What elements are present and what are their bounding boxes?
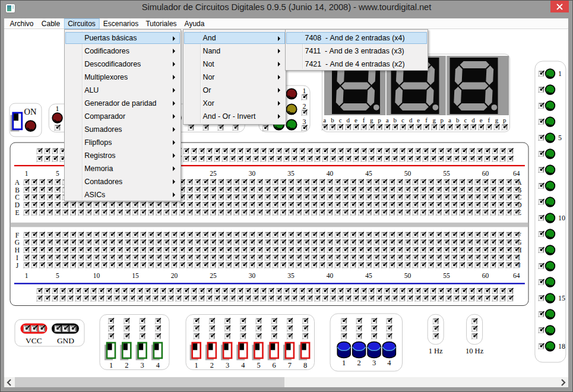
svg-text:e: e [417,116,420,124]
svg-text:1: 1 [195,361,198,369]
svg-text:1: 1 [558,69,562,78]
svg-text:e: e [480,116,483,124]
svg-text:p: p [503,116,506,124]
svg-text:1: 1 [25,272,29,279]
svg-text:5: 5 [558,134,562,142]
svg-text:6: 6 [273,361,276,369]
svg-text:10: 10 [93,272,100,279]
svg-text:1: 1 [342,359,346,367]
svg-text:b: b [331,116,334,124]
svg-text:f: f [363,116,365,124]
svg-text:E: E [15,209,19,216]
svg-text:25: 25 [210,272,217,279]
svg-text:2: 2 [125,361,128,369]
svg-text:1: 1 [25,170,29,177]
svg-text:45: 45 [365,272,372,279]
svg-text:H: H [15,246,20,254]
svg-text:c: c [464,116,467,124]
svg-text:5: 5 [56,170,59,177]
svg-text:d: d [471,116,475,124]
svg-text:30: 30 [249,170,256,177]
svg-text:J: J [16,262,19,269]
svg-text:F: F [15,232,19,239]
svg-text:VCC: VCC [26,336,42,345]
svg-text:I: I [16,254,18,261]
svg-text:f: f [425,116,428,124]
svg-text:2: 2 [303,102,306,110]
svg-text:2: 2 [357,359,360,367]
svg-text:45: 45 [365,170,372,177]
svg-text:d: d [409,116,413,124]
svg-text:50: 50 [404,170,411,177]
svg-text:55: 55 [443,272,450,279]
svg-text:40: 40 [327,272,334,279]
svg-text:a: a [448,116,451,124]
svg-text:60: 60 [482,272,489,279]
svg-text:c: c [339,116,342,124]
svg-text:15: 15 [132,272,139,279]
svg-text:8: 8 [303,361,307,369]
svg-text:55: 55 [443,170,450,177]
svg-text:e: e [354,116,357,124]
svg-text:40: 40 [327,170,334,177]
svg-text:3: 3 [140,361,144,369]
svg-text:4: 4 [241,361,245,369]
svg-text:3: 3 [303,118,306,126]
svg-text:A: A [15,179,20,186]
svg-text:C: C [15,194,20,201]
svg-text:30: 30 [249,272,256,279]
svg-text:5: 5 [56,272,59,279]
svg-text:1: 1 [56,105,59,113]
svg-text:35: 35 [287,170,295,177]
svg-text:ON: ON [24,107,37,116]
svg-text:a: a [386,116,389,124]
svg-text:4: 4 [387,359,391,367]
svg-text:64: 64 [513,272,520,279]
svg-text:c: c [401,116,404,124]
svg-text:b: b [456,116,460,124]
svg-text:4: 4 [156,361,160,369]
svg-text:5: 5 [257,361,260,369]
svg-text:G: G [15,239,20,246]
svg-text:B: B [15,186,20,194]
svg-text:1: 1 [303,87,306,95]
svg-text:g: g [495,116,499,124]
svg-text:3: 3 [226,361,229,369]
svg-text:p: p [378,116,381,124]
svg-text:p: p [441,116,444,124]
svg-text:35: 35 [287,272,295,279]
svg-text:60: 60 [482,170,489,177]
svg-text:g: g [370,116,373,124]
svg-text:b: b [394,116,397,124]
svg-text:10 Hz: 10 Hz [466,347,484,355]
svg-text:20: 20 [171,272,178,279]
svg-text:g: g [432,116,436,124]
svg-text:18: 18 [558,342,565,350]
svg-text:d: d [347,116,350,124]
svg-text:a: a [323,116,326,124]
svg-text:3: 3 [372,359,376,367]
svg-text:GND: GND [57,336,74,345]
svg-text:D: D [15,201,20,208]
svg-text:1 Hz: 1 Hz [429,347,443,355]
svg-text:10: 10 [558,214,565,222]
svg-text:50: 50 [404,272,411,279]
svg-text:2: 2 [210,361,214,369]
svg-text:25: 25 [210,170,217,177]
svg-text:15: 15 [558,294,565,302]
svg-text:64: 64 [513,170,520,177]
svg-text:f: f [488,116,490,124]
svg-text:7: 7 [288,361,292,369]
svg-text:1: 1 [109,361,113,369]
